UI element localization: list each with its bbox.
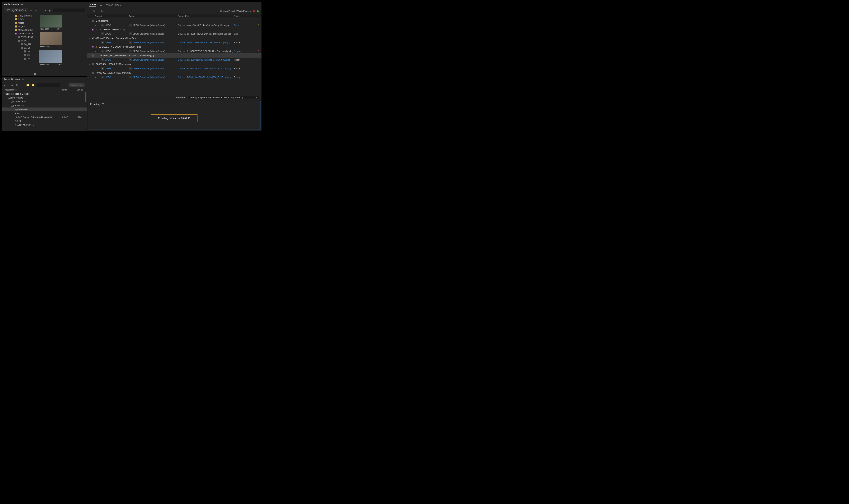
expand-icon[interactable]: › (8, 101, 10, 103)
format-value[interactable]: JPEG (105, 76, 111, 78)
expand-icon[interactable]: › (12, 15, 14, 17)
expand-icon[interactable]: › (12, 18, 14, 20)
format-dropdown[interactable]: ▼ (101, 58, 104, 61)
output-path[interactable]: C:\User...BC\Media\A006C029_160510_R1JC.… (178, 76, 234, 78)
media-search[interactable]: ⌕ (53, 8, 85, 12)
format-dropdown[interactable]: ▼ (101, 24, 104, 26)
format-value[interactable]: JPEG (105, 58, 111, 61)
expand-icon[interactable]: › (12, 22, 14, 24)
folder-item[interactable]: ›00_AU (2, 42, 38, 46)
format-value[interactable]: JPEG (105, 33, 111, 35)
queue-output-row[interactable]: ⌄▼JPEG▼JPEG Sequence (Match Source)C:\Us… (87, 58, 261, 62)
preset-import-icon[interactable]: 📁 (26, 84, 29, 86)
preset-dropdown[interactable]: ▼ (129, 24, 132, 26)
preset-dropdown[interactable]: ▼ (129, 76, 132, 78)
media-thumbnail[interactable]: A006C029_...6:03 (40, 50, 62, 66)
expand-icon[interactable]: ⌄ (95, 68, 96, 69)
preset-header-name[interactable]: Preset Name ↑ (4, 89, 61, 91)
media-search-input[interactable] (56, 9, 84, 12)
preset-search-input[interactable] (40, 84, 59, 86)
queue-source-group[interactable]: ⌄00 Dreamers_Edit_1808310085 (Stitched C… (87, 53, 261, 58)
preset-item[interactable]: User Presets & Groups (2, 92, 87, 96)
queue-source-group[interactable]: ⌄052_AMB_External_Rwanda_VillageT.mov (87, 36, 261, 40)
expand-icon[interactable]: › (12, 109, 14, 110)
expand-icon[interactable]: ⌄ (89, 72, 90, 74)
media-thumbnail[interactable]: A006C023_...0:22 (40, 32, 62, 48)
preset-item[interactable]: ›🔊Audio Only (2, 100, 87, 104)
preset-header-format[interactable]: Format (61, 89, 75, 91)
preset-item[interactable]: ⌄TVBroadcast (2, 104, 87, 107)
preset-value[interactable]: JPEG Sequence (Match Source) (133, 41, 165, 44)
output-path[interactable]: C:\User...all_2018_IBC\03 DeNoise DeReve… (178, 33, 234, 35)
expand-icon[interactable]: ⌄ (95, 33, 96, 35)
preset-dropdown[interactable]: ▼ (129, 41, 132, 44)
media-thumbnail[interactable]: A006C002_...12:14 (40, 15, 62, 31)
queue-source-group[interactable]: ⌄A006C029_160510_R1JC.mov.mov (87, 71, 261, 75)
queue-source-group[interactable]: ⌄A002C004_160508_R1JC.mov.mov (87, 62, 261, 66)
folder-item[interactable]: ›Copy of media (2, 14, 38, 18)
folder-item[interactable]: ⌄01_VI (2, 46, 38, 50)
queue-source-group[interactable]: ⌄Pr⚠03 DeNoise DeReverb Clip (87, 27, 261, 32)
add-preset-icon[interactable]: + (4, 84, 5, 87)
preset-item[interactable]: ⌄System Presets (2, 96, 87, 100)
folder-tree[interactable]: ›Copy of media›CSVs›Media›Mogrts›Motion … (2, 13, 38, 72)
preset-dropdown[interactable]: ▼ (129, 58, 132, 61)
queue-header-output[interactable]: Output File (178, 15, 234, 18)
preset-export-icon[interactable]: 📁 (31, 84, 34, 86)
apply-preset-button[interactable]: Apply Preset (69, 83, 85, 87)
folder-item[interactable]: 16 (2, 50, 38, 53)
expand-icon[interactable]: ⌄ (15, 40, 17, 41)
preset-item[interactable]: ›DNxHD MXF OP1a (2, 123, 87, 127)
queue-header-status[interactable]: Status (234, 15, 253, 18)
format-value[interactable]: JPEG (105, 67, 111, 70)
list-view-icon[interactable]: ☰ (25, 73, 28, 75)
filter-icon[interactable]: ▼ (44, 9, 47, 12)
queue-output-row[interactable]: ⌄▼JPEG▼JPEG Sequence (Match Source)C:\Us… (87, 40, 261, 45)
preset-value[interactable]: JPEG Sequence (Match Source) (133, 33, 165, 35)
output-path[interactable]: C:\User...ia\052_AMB_External_Rwanda_Vil… (178, 41, 234, 44)
eye-icon[interactable]: ◉ (49, 9, 51, 12)
format-value[interactable]: JPEG (105, 24, 111, 26)
preset-item[interactable]: ⌄AS-10 (2, 111, 87, 115)
start-queue-button[interactable] (257, 10, 259, 12)
queue-output-row[interactable]: ⌄▼JPEG▼JPEG Sequence (Match Source)C:\Us… (87, 32, 261, 36)
zoom-slider[interactable] (33, 74, 63, 74)
preset-value[interactable]: JPEG Sequence (Match Source) (133, 76, 165, 78)
add-output-icon[interactable]: ⚞ (93, 10, 95, 13)
tab-queue[interactable]: Queue (89, 3, 96, 7)
format-dropdown[interactable]: ▼ (101, 41, 104, 44)
preset-settings-icon[interactable]: ⚙ (16, 84, 18, 86)
expand-icon[interactable]: ⌄ (8, 105, 10, 107)
preset-item[interactable]: AS-10 CANAL Shim Specification 50iAS-101… (2, 115, 87, 119)
preset-dropdown[interactable]: ▼ (129, 67, 132, 70)
preset-value[interactable]: JPEG Sequence (Match Source) (133, 50, 165, 52)
nav-forward-icon[interactable]: → (35, 9, 37, 12)
expand-icon[interactable]: › (12, 29, 14, 31)
preset-item[interactable]: ›Apple ProRes (2, 107, 87, 111)
format-value[interactable]: JPEG (105, 41, 111, 44)
preset-tree[interactable]: User Presets & Groups⌄System Presets›🔊Au… (2, 92, 87, 131)
folder-item[interactable]: ›Motion Graphic (2, 28, 38, 32)
preset-sync-icon[interactable]: ⇄ (12, 84, 14, 86)
folder-item[interactable]: 16 (2, 57, 38, 60)
expand-icon[interactable]: ⌄ (95, 59, 96, 60)
format-dropdown[interactable]: ▼ (101, 50, 104, 52)
queue-output-row[interactable]: ⌄▼JPEG▼JPEG Sequence (Match Source)C:\Us… (87, 66, 261, 71)
stop-queue-button[interactable] (253, 10, 255, 12)
preset-item[interactable]: ›AS-11 (2, 119, 87, 123)
preset-dropdown[interactable]: ▼ (129, 33, 132, 35)
format-value[interactable]: JPEG (105, 50, 111, 52)
scrollbar-thumb[interactable] (85, 92, 86, 102)
expand-icon[interactable]: ⌄ (89, 29, 90, 31)
queue-menu-icon[interactable] (100, 4, 102, 6)
preset-browser-menu-icon[interactable] (22, 79, 24, 80)
queue-header-format[interactable]: Format (95, 15, 129, 18)
preset-value[interactable]: JPEG Sequence (Match Source) (133, 67, 165, 70)
folder-item[interactable]: ›*SEQUENC (2, 35, 38, 39)
folder-item[interactable]: ›Mogrts (2, 24, 38, 28)
tab-watch-folders[interactable]: Watch Folders (106, 3, 122, 6)
thumb-small-icon[interactable]: ▪ (30, 73, 31, 75)
expand-icon[interactable]: ⌄ (89, 37, 90, 39)
queue-output-row[interactable]: ⌄▼JPEG▼JPEG Sequence (Match Source)C:\Us… (87, 75, 261, 79)
renderer-dropdown[interactable]: Mercury Playback Engine GPU Acceleration… (188, 96, 259, 99)
